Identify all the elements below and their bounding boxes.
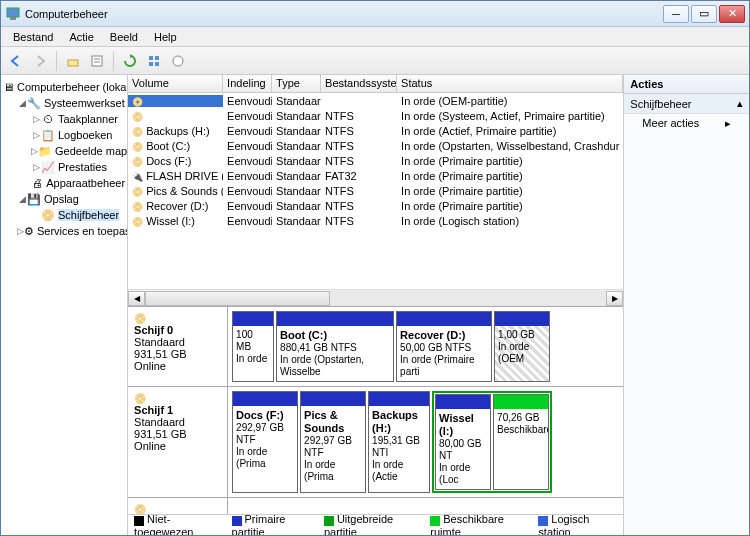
forward-button[interactable] bbox=[29, 50, 51, 72]
volume-row[interactable]: 📀 Recover (D:)EenvoudigStandaardNTFSIn o… bbox=[128, 198, 623, 213]
tree-storage[interactable]: ◢💾Opslag bbox=[3, 191, 125, 207]
actions-more[interactable]: Meer acties▸ bbox=[624, 114, 749, 133]
actions-header: Acties bbox=[624, 75, 749, 94]
volume-row[interactable]: 📀 Backups (H:)EenvoudigStandaardNTFSIn o… bbox=[128, 123, 623, 138]
menu-help[interactable]: Help bbox=[146, 29, 185, 45]
volume-row[interactable]: 📀 Boot (C:)EenvoudigStandaardNTFSIn orde… bbox=[128, 138, 623, 153]
volume-row[interactable]: 🔌 FLASH DRIVE (L:)EenvoudigStandaardFAT3… bbox=[128, 168, 623, 183]
window-title: Computerbeheer bbox=[25, 8, 663, 20]
scroll-thumb[interactable] bbox=[145, 291, 330, 306]
svg-rect-2 bbox=[68, 60, 78, 66]
partition[interactable]: Backups (H:)195,31 GB NTIIn orde (Actie bbox=[368, 391, 430, 493]
partition[interactable]: Recover (D:)50,00 GB NTFSIn orde (Primai… bbox=[396, 311, 492, 382]
svg-rect-8 bbox=[149, 62, 153, 66]
menubar: Bestand Actie Beeld Help bbox=[1, 27, 749, 47]
svg-rect-3 bbox=[92, 56, 102, 66]
svg-rect-7 bbox=[155, 56, 159, 60]
svg-rect-1 bbox=[10, 17, 16, 20]
svg-rect-9 bbox=[155, 62, 159, 66]
tree-system-tools[interactable]: ◢🔧Systeemwerkset bbox=[3, 95, 125, 111]
partition[interactable]: Pics & Sounds292,97 GB NTFIn orde (Prima bbox=[300, 391, 366, 493]
disk-map[interactable]: 📀Schijf 0Standaard931,51 GBOnline100 MBI… bbox=[128, 306, 623, 514]
scroll-right[interactable]: ▶ bbox=[606, 291, 623, 306]
col-status[interactable]: Status bbox=[397, 75, 623, 92]
actions-diskmgmt[interactable]: Schijfbeheer▴ bbox=[624, 94, 749, 114]
tree-task-scheduler[interactable]: ▷⏲Taakplanner bbox=[3, 111, 125, 127]
h-scrollbar[interactable]: ◀ ▶ bbox=[128, 289, 623, 306]
properties-button[interactable] bbox=[86, 50, 108, 72]
center-panel: Volume Indeling Type Bestandssysteem Sta… bbox=[128, 75, 624, 536]
partition[interactable]: 1,00 GBIn orde (OEM bbox=[494, 311, 550, 382]
volume-list[interactable]: 📀 EenvoudigStandaardIn orde (OEM-partiti… bbox=[128, 93, 623, 289]
volume-row[interactable]: 📀 EenvoudigStandaardIn orde (OEM-partiti… bbox=[128, 93, 623, 108]
volume-header[interactable]: Volume Indeling Type Bestandssysteem Sta… bbox=[128, 75, 623, 93]
tree-disk-management[interactable]: 📀Schijfbeheer bbox=[3, 207, 125, 223]
refresh-button[interactable] bbox=[119, 50, 141, 72]
tree-event-logs[interactable]: ▷📋Logboeken bbox=[3, 127, 125, 143]
tree-device-manager[interactable]: 🖨Apparaatbeheer bbox=[3, 175, 125, 191]
actions-panel: Acties Schijfbeheer▴ Meer acties▸ bbox=[624, 75, 749, 536]
chevron-right-icon: ▸ bbox=[725, 117, 731, 130]
partition[interactable]: Boot (C:)880,41 GB NTFSIn orde (Opstarte… bbox=[276, 311, 394, 382]
menu-view[interactable]: Beeld bbox=[102, 29, 146, 45]
disk-row[interactable]: 📀Schijf 1Standaard931,51 GBOnlineDocs (F… bbox=[128, 386, 623, 497]
volume-row[interactable]: 📀 EenvoudigStandaardNTFSIn orde (Systeem… bbox=[128, 108, 623, 123]
volume-row[interactable]: 📀 Wissel (I:)EenvoudigStandaardNTFSIn or… bbox=[128, 213, 623, 228]
nav-tree[interactable]: 🖥Computerbeheer (lokaal) ◢🔧Systeemwerkse… bbox=[1, 75, 128, 536]
up-button[interactable] bbox=[62, 50, 84, 72]
svg-rect-0 bbox=[7, 8, 19, 17]
partition[interactable]: Docs (F:)292,97 GB NTFIn orde (Prima bbox=[232, 391, 298, 493]
close-button[interactable]: ✕ bbox=[719, 5, 745, 23]
views-button[interactable] bbox=[143, 50, 165, 72]
col-fs[interactable]: Bestandssysteem bbox=[321, 75, 397, 92]
partition[interactable]: 70,26 GBBeschikbare bbox=[493, 394, 549, 490]
col-type[interactable]: Type bbox=[272, 75, 321, 92]
disk-row[interactable]: 📀Schijf 2Verwisselbaar (V:)Geen medium bbox=[128, 497, 623, 514]
col-layout[interactable]: Indeling bbox=[223, 75, 272, 92]
volume-row[interactable]: 📀 Docs (F:)EenvoudigStandaardNTFSIn orde… bbox=[128, 153, 623, 168]
back-button[interactable] bbox=[5, 50, 27, 72]
collapse-icon: ▴ bbox=[737, 97, 743, 110]
disk-row[interactable]: 📀Schijf 0Standaard931,51 GBOnline100 MBI… bbox=[128, 306, 623, 386]
col-volume[interactable]: Volume bbox=[128, 75, 223, 92]
partition[interactable]: Wissel (I:)80,00 GB NTIn orde (Loc bbox=[435, 394, 491, 490]
minimize-button[interactable]: ─ bbox=[663, 5, 689, 23]
toolbar bbox=[1, 47, 749, 75]
menu-file[interactable]: Bestand bbox=[5, 29, 61, 45]
partition[interactable]: 100 MBIn orde bbox=[232, 311, 274, 382]
help-button[interactable] bbox=[167, 50, 189, 72]
app-icon bbox=[5, 6, 21, 22]
svg-rect-6 bbox=[149, 56, 153, 60]
legend: Niet-toegewezen Primaire partitie Uitgeb… bbox=[128, 514, 623, 536]
tree-root[interactable]: 🖥Computerbeheer (lokaal) bbox=[3, 79, 125, 95]
tree-services[interactable]: ▷⚙Services en toepassingen bbox=[3, 223, 125, 239]
tree-performance[interactable]: ▷📈Prestaties bbox=[3, 159, 125, 175]
scroll-left[interactable]: ◀ bbox=[128, 291, 145, 306]
volume-row[interactable]: 📀 Pics & Sounds (G:)EenvoudigStandaardNT… bbox=[128, 183, 623, 198]
maximize-button[interactable]: ▭ bbox=[691, 5, 717, 23]
menu-action[interactable]: Actie bbox=[61, 29, 101, 45]
titlebar: Computerbeheer ─ ▭ ✕ bbox=[1, 1, 749, 27]
svg-point-10 bbox=[173, 56, 183, 66]
tree-shared-folders[interactable]: ▷📁Gedeelde mappen bbox=[3, 143, 125, 159]
